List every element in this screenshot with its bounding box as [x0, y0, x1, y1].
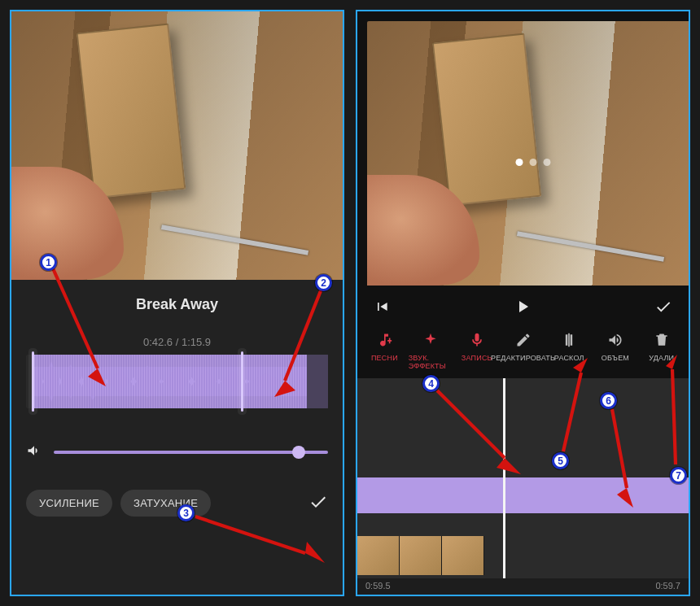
- video-preview[interactable]: [11, 11, 343, 280]
- badge-4: 4: [422, 375, 440, 392]
- svg-marker-13: [666, 355, 677, 369]
- confirm-button[interactable]: [308, 492, 328, 515]
- pencil-icon: [515, 331, 532, 349]
- split-icon: [561, 331, 577, 349]
- toolbar: ПЕСНИ ЗВУК. ЭФФЕКТЫ ЗАПИСЬ РЕДАКТИРОВАТЬ…: [357, 326, 689, 378]
- trash-icon: [654, 331, 670, 349]
- play-button[interactable]: [513, 297, 532, 320]
- svg-line-6: [437, 390, 505, 458]
- tool-edit[interactable]: РЕДАКТИРОВАТЬ: [501, 331, 545, 370]
- svg-marker-5: [305, 542, 325, 563]
- svg-line-8: [563, 373, 581, 451]
- svg-marker-3: [274, 381, 295, 397]
- svg-line-4: [195, 517, 305, 553]
- arrow-1: [49, 264, 122, 390]
- arrow-5: [553, 358, 602, 456]
- prev-frame-button[interactable]: [374, 299, 390, 318]
- tool-songs[interactable]: ПЕСНИ: [362, 331, 407, 370]
- arrow-2: [265, 285, 330, 399]
- arrow-6: [604, 405, 653, 511]
- video-thumbs[interactable]: [357, 536, 484, 575]
- badge-7: 7: [670, 467, 687, 484]
- music-plus-icon: [376, 331, 392, 349]
- badge-3: 3: [177, 504, 195, 521]
- trim-handle-start[interactable]: [32, 351, 34, 412]
- confirm-button-right[interactable]: [654, 298, 672, 319]
- tool-record[interactable]: ЗАПИСЬ: [454, 331, 499, 370]
- svg-marker-7: [497, 458, 521, 474]
- video-preview-right[interactable]: [367, 21, 690, 286]
- svg-marker-1: [88, 368, 106, 386]
- trim-handle-end[interactable]: [241, 351, 243, 412]
- svg-marker-11: [617, 488, 633, 508]
- boost-chip[interactable]: УСИЛЕНИЕ: [26, 490, 112, 517]
- svg-line-12: [672, 369, 676, 464]
- volume-icon: [26, 443, 42, 462]
- volume-icon: [607, 331, 623, 349]
- svg-line-10: [612, 409, 627, 488]
- arrow-4: [433, 386, 531, 484]
- svg-marker-9: [573, 358, 588, 373]
- volume-thumb[interactable]: [292, 446, 305, 459]
- arrow-7: [656, 355, 689, 469]
- badge-6: 6: [600, 392, 617, 409]
- svg-line-2: [285, 289, 322, 381]
- svg-line-0: [53, 268, 98, 368]
- time-ruler: 0:59.5 0:59.7: [357, 578, 689, 595]
- page-dots: [515, 159, 550, 166]
- volume-slider[interactable]: [54, 451, 328, 454]
- mic-icon: [469, 331, 485, 349]
- tool-sound-effects[interactable]: ЗВУК. ЭФФЕКТЫ: [409, 331, 453, 370]
- badge-5: 5: [552, 452, 569, 469]
- arrow-3: [191, 512, 330, 569]
- badge-1: 1: [40, 254, 57, 271]
- spark-icon: [422, 331, 439, 349]
- badge-2: 2: [315, 274, 332, 291]
